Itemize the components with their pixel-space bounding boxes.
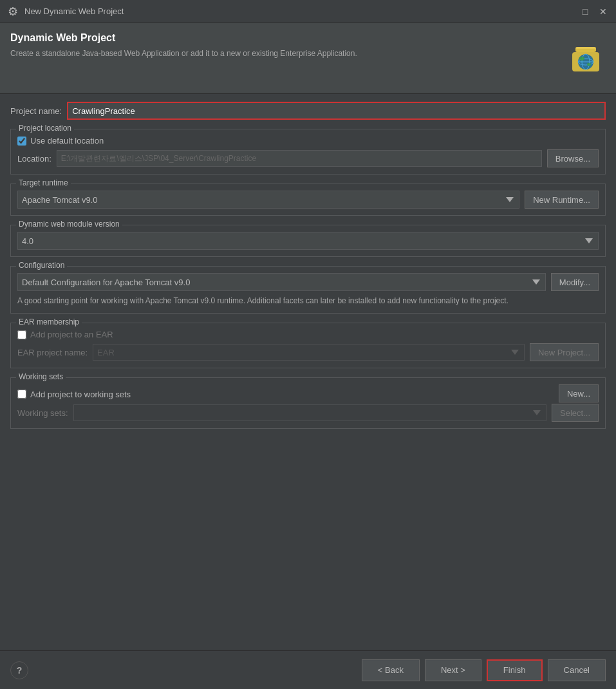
ear-project-label: EAR project name: bbox=[17, 348, 88, 357]
add-to-working-sets-row: Add project to working sets bbox=[17, 390, 131, 399]
ear-membership-legend: EAR membership bbox=[16, 317, 82, 326]
configuration-select[interactable]: Default Configuration for Apache Tomcat … bbox=[17, 273, 546, 291]
project-location-legend: Project location bbox=[16, 124, 74, 133]
select-working-set-button[interactable]: Select... bbox=[552, 404, 599, 422]
cancel-button[interactable]: Cancel bbox=[548, 659, 606, 681]
svg-point-6 bbox=[579, 57, 584, 61]
working-sets-legend: Working sets bbox=[16, 372, 66, 381]
browse-button[interactable]: Browse... bbox=[547, 149, 599, 167]
gear-icon: ⚙ bbox=[8, 5, 18, 19]
working-sets-group: Working sets Add project to working sets… bbox=[10, 377, 606, 429]
dialog-header-icon bbox=[561, 32, 606, 77]
ear-project-row: EAR project name: EAR New Project... bbox=[17, 343, 599, 361]
use-default-checkbox[interactable] bbox=[17, 137, 26, 146]
svg-point-7 bbox=[587, 63, 591, 66]
title-bar: ⚙ New Dynamic Web Project □ ✕ bbox=[0, 0, 616, 23]
project-name-input[interactable] bbox=[67, 102, 606, 120]
configuration-legend: Configuration bbox=[16, 261, 67, 270]
modify-button[interactable]: Modify... bbox=[551, 273, 599, 291]
target-runtime-select-row: Apache Tomcat v9.0 New Runtime... bbox=[17, 191, 599, 209]
dialog-footer: ? < Back Next > Finish Cancel bbox=[0, 650, 616, 689]
working-sets-select[interactable] bbox=[73, 404, 547, 421]
add-to-ear-row: Add project to an EAR bbox=[17, 330, 599, 339]
new-runtime-button[interactable]: New Runtime... bbox=[525, 191, 599, 209]
dialog-header-text: Dynamic Web Project Create a standalone … bbox=[10, 32, 554, 59]
web-project-icon bbox=[563, 34, 604, 76]
use-default-label[interactable]: Use default location bbox=[30, 136, 104, 146]
dialog-header: Dynamic Web Project Create a standalone … bbox=[0, 23, 616, 94]
title-bar-controls: □ ✕ bbox=[579, 5, 610, 18]
add-to-ear-label[interactable]: Add project to an EAR bbox=[30, 330, 113, 339]
target-runtime-legend: Target runtime bbox=[16, 178, 71, 187]
working-sets-input-row: Working sets: Select... bbox=[17, 404, 599, 422]
project-name-row: Project name: bbox=[10, 102, 606, 120]
location-row: Location: Browse... bbox=[17, 149, 599, 167]
ear-membership-group: EAR membership Add project to an EAR EAR… bbox=[10, 323, 606, 368]
web-module-version-select[interactable]: 4.0 3.1 3.0 2.5 bbox=[17, 232, 599, 250]
svg-rect-8 bbox=[575, 47, 596, 49]
version-select-row: 4.0 3.1 3.0 2.5 bbox=[17, 232, 599, 250]
add-to-ear-checkbox[interactable] bbox=[17, 330, 26, 339]
project-name-label: Project name: bbox=[10, 106, 62, 116]
location-input[interactable] bbox=[57, 150, 542, 167]
dialog-description: Create a standalone Java-based Web Appli… bbox=[10, 48, 554, 59]
project-location-group: Project location Use default location Lo… bbox=[10, 129, 606, 175]
dialog-title: Dynamic Web Project bbox=[10, 32, 554, 44]
help-button[interactable]: ? bbox=[10, 661, 28, 679]
configuration-description: A good starting point for working with A… bbox=[17, 295, 599, 307]
back-button[interactable]: < Back bbox=[362, 659, 420, 681]
target-runtime-group: Target runtime Apache Tomcat v9.0 New Ru… bbox=[10, 184, 606, 216]
web-module-version-legend: Dynamic web module version bbox=[16, 220, 122, 229]
configuration-select-row: Default Configuration for Apache Tomcat … bbox=[17, 273, 599, 291]
ear-project-select[interactable]: EAR bbox=[93, 344, 525, 361]
title-bar-text: New Dynamic Web Project bbox=[24, 6, 579, 16]
add-to-working-sets-label[interactable]: Add project to working sets bbox=[30, 390, 131, 399]
use-default-location-row: Use default location bbox=[17, 136, 599, 146]
add-to-working-sets-checkbox[interactable] bbox=[17, 390, 26, 399]
working-sets-label: Working sets: bbox=[17, 408, 68, 418]
configuration-group: Configuration Default Configuration for … bbox=[10, 266, 606, 314]
new-working-set-button[interactable]: New... bbox=[559, 384, 599, 402]
next-button[interactable]: Next > bbox=[425, 659, 481, 681]
location-label: Location: bbox=[17, 154, 51, 164]
minimize-button[interactable]: □ bbox=[579, 5, 592, 18]
web-module-version-group: Dynamic web module version 4.0 3.1 3.0 2… bbox=[10, 225, 606, 257]
target-runtime-select[interactable]: Apache Tomcat v9.0 bbox=[17, 191, 519, 209]
dialog-content: Dynamic Web Project Create a standalone … bbox=[0, 23, 616, 689]
close-button[interactable]: ✕ bbox=[597, 5, 610, 18]
new-project-button[interactable]: New Project... bbox=[530, 343, 599, 361]
dialog-form: Project name: Project location Use defau… bbox=[0, 94, 616, 650]
finish-button[interactable]: Finish bbox=[487, 659, 543, 681]
dialog-icon: ⚙ bbox=[6, 5, 19, 18]
